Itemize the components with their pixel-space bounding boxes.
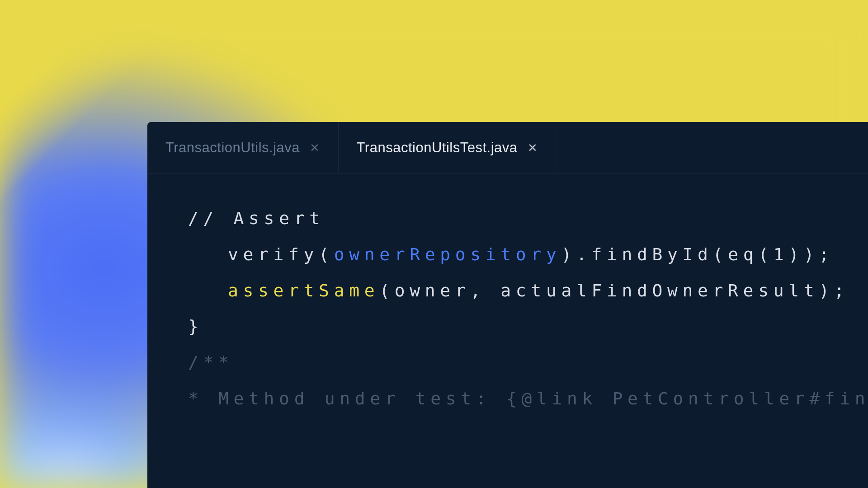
tab-label: TransactionUtils.java [165,140,300,156]
tab-bar: TransactionUtils.java ✕ TransactionUtils… [147,122,868,174]
code-line: // Assert [188,201,868,237]
code-javadoc-line: * Method under test: {@link PetControlle… [188,389,868,408]
tab-transaction-utils-test[interactable]: TransactionUtilsTest.java ✕ [339,122,556,173]
code-editor-content[interactable]: // Assert verify(ownerRepository).findBy… [147,174,868,417]
code-method: assertSame [228,281,379,300]
code-comment: // Assert [188,208,325,228]
code-line: /** [188,345,868,381]
code-line: * Method under test: {@link PetControlle… [188,381,868,417]
code-brace: } [188,316,203,336]
code-editor-window: TransactionUtils.java ✕ TransactionUtils… [147,122,868,488]
code-text: verify( [228,244,334,264]
close-icon[interactable]: ✕ [528,142,538,154]
close-icon[interactable]: ✕ [310,142,320,154]
code-javadoc-start: /** [188,352,234,372]
code-text: (owner, actualFindOwnerResult); [379,281,849,300]
code-line: assertSame(owner, actualFindOwnerResult)… [188,273,868,309]
code-line: } [188,309,868,345]
code-line: verify(ownerRepository).findById(eq(1)); [188,237,868,273]
tab-transaction-utils[interactable]: TransactionUtils.java ✕ [147,122,339,173]
code-identifier: ownerRepository [334,244,561,264]
code-text: ).findById(eq(1)); [561,244,834,264]
tab-label: TransactionUtilsTest.java [357,140,518,156]
